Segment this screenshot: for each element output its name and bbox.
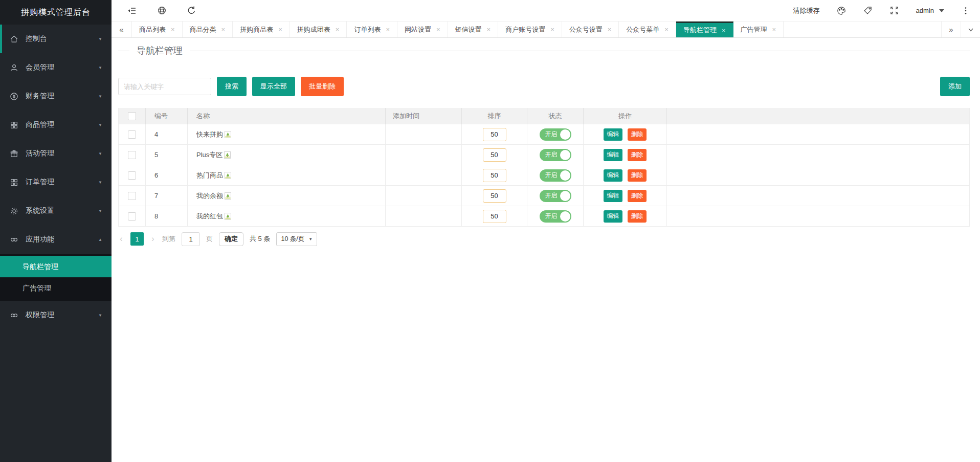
edit-button[interactable]: 编辑: [604, 210, 622, 223]
status-toggle[interactable]: 开启: [540, 210, 571, 223]
sidebar-item-6[interactable]: 订单管理▼: [0, 168, 112, 196]
tabs-dropdown-button[interactable]: [961, 21, 980, 37]
delete-button[interactable]: 删除: [628, 210, 647, 223]
user-menu[interactable]: admin: [916, 7, 944, 14]
sort-input[interactable]: [483, 128, 506, 141]
delete-button[interactable]: 删除: [628, 128, 647, 141]
header-label: 排序: [488, 112, 501, 121]
theme-palette-icon[interactable]: [836, 6, 847, 16]
tab-1[interactable]: 商品列表×: [132, 21, 183, 37]
edit-button[interactable]: 编辑: [604, 149, 622, 161]
sidebar-item-4[interactable]: 商品管理▼: [0, 111, 112, 139]
delete-button[interactable]: 删除: [628, 190, 647, 202]
legend-dash: [118, 51, 129, 51]
tab-8[interactable]: 商户账号设置×: [498, 21, 562, 37]
delete-button[interactable]: 删除: [628, 149, 647, 161]
goto-confirm-button[interactable]: 确定: [219, 232, 243, 246]
tab-close-icon[interactable]: ×: [386, 26, 390, 33]
edit-button[interactable]: 编辑: [604, 169, 622, 182]
status-toggle[interactable]: 开启: [540, 190, 571, 202]
tab-close-icon[interactable]: ×: [436, 26, 440, 33]
cell-added-time: [386, 145, 462, 165]
tabs-scroll-right-button[interactable]: »: [941, 21, 961, 37]
tab-close-icon[interactable]: ×: [336, 26, 340, 33]
row-name: 我的红包: [196, 212, 223, 221]
tab-close-icon[interactable]: ×: [550, 26, 554, 33]
search-input[interactable]: [118, 78, 211, 95]
status-toggle[interactable]: 开启: [540, 149, 571, 161]
row-id: 8: [154, 212, 158, 220]
tab-close-icon[interactable]: ×: [664, 26, 669, 33]
sidebar-item-9[interactable]: 权限管理▼: [0, 301, 112, 329]
clear-cache-button[interactable]: 清除缓存: [793, 6, 820, 15]
tab-7[interactable]: 短信设置×: [448, 21, 499, 37]
broken-image-icon: [225, 172, 231, 179]
tab-close-icon[interactable]: ×: [278, 26, 282, 33]
row-checkbox[interactable]: [128, 192, 136, 200]
chevron-down-icon: ▼: [98, 65, 102, 70]
tab-4[interactable]: 拼购成团表×: [290, 21, 347, 37]
language-globe-icon[interactable]: [157, 6, 167, 16]
tab-6[interactable]: 网站设置×: [397, 21, 448, 37]
add-button[interactable]: 添加: [940, 77, 970, 96]
tab-close-icon[interactable]: ×: [171, 26, 175, 33]
cell-checkbox: [119, 206, 146, 226]
cell-name: 快来拼购: [188, 124, 386, 144]
tab-5[interactable]: 订单列表×: [347, 21, 397, 37]
tab-label: 公众号设置: [569, 25, 603, 34]
page-size-select[interactable]: 10 条/页 ▼: [276, 232, 317, 246]
row-checkbox[interactable]: [128, 130, 136, 139]
sidebar-item-2[interactable]: 会员管理▼: [0, 53, 112, 82]
tabs-scroll-left-button[interactable]: «: [112, 21, 132, 37]
refresh-icon[interactable]: [186, 6, 196, 16]
cell-id: 8: [146, 206, 188, 226]
tab-close-icon[interactable]: ×: [722, 27, 726, 34]
prev-page-button[interactable]: ‹: [118, 234, 124, 244]
select-all-checkbox[interactable]: [128, 112, 136, 120]
kebab-menu-icon[interactable]: [961, 6, 971, 16]
tab-label: 商品分类: [190, 25, 216, 34]
tab-11[interactable]: 导航栏管理×: [676, 21, 733, 37]
sort-input[interactable]: [483, 210, 506, 223]
current-page-button[interactable]: 1: [130, 232, 144, 246]
tab-close-icon[interactable]: ×: [487, 26, 491, 33]
tab-label: 广告管理: [741, 25, 767, 34]
sort-input[interactable]: [483, 169, 506, 182]
batch-delete-button[interactable]: 批量删除: [301, 77, 344, 96]
sidebar-item-7[interactable]: 系统设置▼: [0, 196, 112, 225]
sidebar-subitem[interactable]: 导航栏管理: [0, 256, 112, 277]
tab-close-icon[interactable]: ×: [608, 26, 612, 33]
sidebar-item-8[interactable]: 应用功能▲: [0, 225, 112, 254]
tab-close-icon[interactable]: ×: [221, 26, 226, 33]
edit-button[interactable]: 编辑: [604, 190, 622, 202]
tab-12[interactable]: 广告管理×: [733, 21, 784, 37]
row-checkbox[interactable]: [128, 212, 136, 221]
next-page-button[interactable]: ›: [150, 234, 156, 244]
row-checkbox[interactable]: [128, 151, 136, 159]
search-button[interactable]: 搜索: [217, 77, 247, 96]
topbar-left-icons: [127, 6, 196, 16]
edit-button[interactable]: 编辑: [604, 128, 622, 141]
sidebar-item-5[interactable]: 活动管理▼: [0, 139, 112, 168]
sidebar-subitem[interactable]: 广告管理: [0, 277, 112, 299]
sort-input[interactable]: [483, 148, 506, 162]
tab-2[interactable]: 商品分类×: [183, 21, 233, 37]
collapse-sidebar-icon[interactable]: [127, 6, 137, 16]
delete-button[interactable]: 删除: [628, 169, 647, 182]
tab-3[interactable]: 拼购商品表×: [233, 21, 290, 37]
status-toggle[interactable]: 开启: [540, 128, 571, 141]
tab-9[interactable]: 公众号设置×: [562, 21, 619, 37]
tab-close-icon[interactable]: ×: [772, 26, 776, 33]
header-label: 状态: [549, 112, 562, 121]
status-toggle[interactable]: 开启: [540, 169, 571, 182]
show-all-button[interactable]: 显示全部: [252, 77, 295, 96]
sort-input[interactable]: [483, 189, 506, 203]
goto-page-input[interactable]: [182, 232, 200, 246]
row-checkbox[interactable]: [128, 171, 136, 180]
tag-icon[interactable]: [863, 6, 873, 16]
sidebar-item-3[interactable]: 财务管理▼: [0, 82, 112, 111]
sidebar-item-1[interactable]: 控制台▼: [0, 25, 112, 53]
fullscreen-icon[interactable]: [889, 6, 900, 16]
tab-10[interactable]: 公众号菜单×: [619, 21, 676, 37]
cell-filler: [667, 165, 969, 185]
